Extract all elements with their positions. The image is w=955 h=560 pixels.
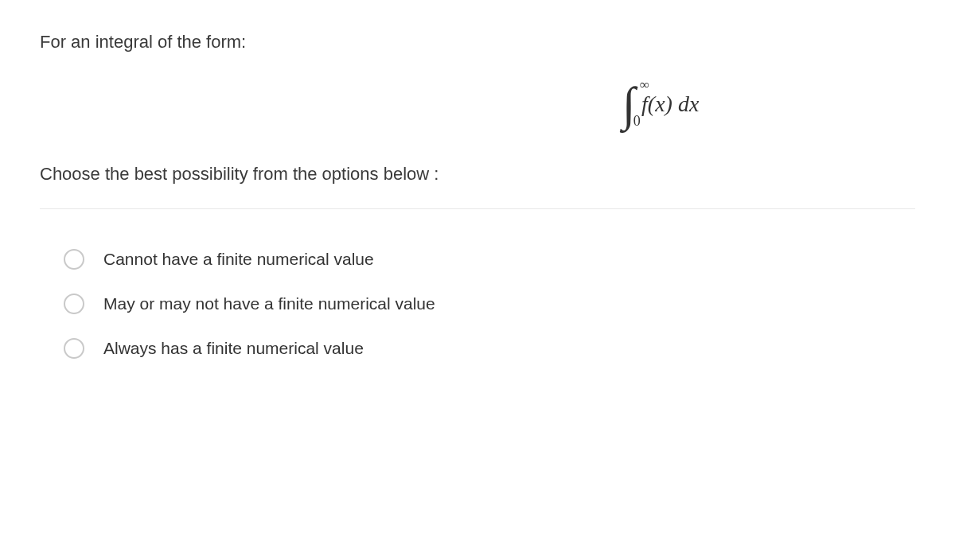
radio-icon[interactable] — [64, 338, 84, 359]
radio-icon[interactable] — [64, 294, 84, 314]
option-row[interactable]: May or may not have a finite numerical v… — [64, 294, 915, 314]
formula-display: ∫ ∞ 0 f(x) dx — [40, 80, 915, 128]
option-label: Cannot have a finite numerical value — [103, 250, 374, 269]
question-intro: For an integral of the form: — [40, 32, 915, 52]
option-label: Always has a finite numerical value — [103, 339, 364, 358]
option-row[interactable]: Always has a finite numerical value — [64, 338, 915, 359]
radio-icon[interactable] — [64, 249, 84, 270]
divider — [40, 208, 915, 209]
options-list: Cannot have a finite numerical value May… — [40, 249, 915, 359]
option-row[interactable]: Cannot have a finite numerical value — [64, 249, 915, 270]
integral-upper-limit: ∞ — [640, 77, 649, 93]
integral-lower-limit: 0 — [633, 113, 641, 130]
option-label: May or may not have a finite numerical v… — [103, 294, 435, 313]
integrand: f(x) dx — [641, 91, 699, 117]
question-instruction: Choose the best possibility from the opt… — [40, 164, 915, 185]
